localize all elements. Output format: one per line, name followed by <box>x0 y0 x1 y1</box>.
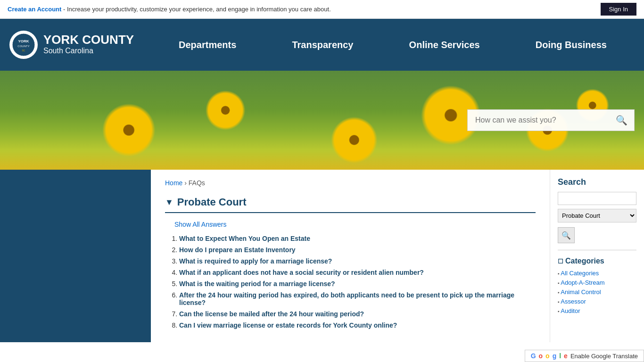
google-g2-icon: g <box>553 352 557 360</box>
logo-text: YORK COUNTY South Carolina <box>43 33 134 56</box>
google-g-icon: G <box>531 352 536 360</box>
category-link[interactable]: Assessor <box>561 298 586 305</box>
panel-search-input[interactable] <box>558 192 636 205</box>
breadcrumb-current: FAQs <box>189 179 205 187</box>
categories-title-text: Categories <box>565 257 604 265</box>
category-link[interactable]: Adopt-A-Stream <box>561 279 604 286</box>
hero-banner: 🔍 <box>0 71 644 170</box>
faq-list-item: What is required to apply for a marriage… <box>179 257 536 265</box>
category-list-item: Assessor <box>558 297 636 305</box>
main-content: Home › FAQs ▼ Probate Court Show All Ans… <box>151 170 550 342</box>
breadcrumb-separator: › <box>184 179 187 187</box>
google-o-icon: o <box>539 352 543 360</box>
left-sidebar <box>0 170 151 342</box>
faq-list-item: After the 24 hour waiting period has exp… <box>179 291 536 306</box>
hero-search-box: 🔍 <box>467 109 635 131</box>
google-e-icon: e <box>564 352 568 360</box>
panel-category-select[interactable]: Probate CourtAll CategoriesAdopt-A-Strea… <box>558 209 636 222</box>
triangle-icon: ▼ <box>165 197 173 207</box>
faq-question-link[interactable]: After the 24 hour waiting period has exp… <box>179 291 514 306</box>
category-list-item: All Categories <box>558 269 636 277</box>
categories-section: ☐ Categories All CategoriesAdopt-A-Strea… <box>558 257 636 314</box>
content-wrapper: Home › FAQs ▼ Probate Court Show All Ans… <box>0 170 644 342</box>
topbar-tagline: - Increase your productivity, customize … <box>61 6 330 13</box>
hero-search-button[interactable]: 🔍 <box>609 110 634 131</box>
state-name: South Carolina <box>43 46 134 56</box>
breadcrumb: Home › FAQs <box>165 179 536 187</box>
faq-question-link[interactable]: How do I prepare an Estate Inventory <box>179 246 296 254</box>
google-l-icon: l <box>559 352 561 360</box>
faq-list-item: What is the waiting period for a marriag… <box>179 280 536 288</box>
faq-list-item: Can I view marriage license or estate re… <box>179 321 536 329</box>
nav-transparency[interactable]: Transparency <box>282 35 363 55</box>
category-link[interactable]: All Categories <box>561 270 599 277</box>
faq-question-link[interactable]: What to Expect When You Open an Estate <box>179 235 310 242</box>
faq-list: What to Expect When You Open an EstateHo… <box>165 235 536 329</box>
svg-text:YORK: YORK <box>18 39 29 43</box>
faq-list-item: What to Expect When You Open an Estate <box>179 235 536 242</box>
right-panel: Search Probate CourtAll CategoriesAdopt-… <box>550 170 644 342</box>
county-name: YORK COUNTY <box>43 33 134 46</box>
faq-title-text: Probate Court <box>177 196 247 208</box>
faq-divider <box>165 212 536 213</box>
create-account-link[interactable]: Create an Account <box>8 6 61 13</box>
category-list-item: Auditor <box>558 307 636 314</box>
top-bar: Create an Account - Increase your produc… <box>0 0 644 19</box>
svg-text:SC: SC <box>22 49 25 52</box>
main-navigation: Departments Transparency Online Services… <box>151 19 635 71</box>
faq-question-link[interactable]: What is required to apply for a marriage… <box>179 257 332 265</box>
sign-in-button[interactable]: Sign In <box>601 3 636 16</box>
faq-list-item: Can the license be mailed after the 24 h… <box>179 310 536 318</box>
breadcrumb-home[interactable]: Home <box>165 179 182 187</box>
category-link[interactable]: Auditor <box>561 307 580 314</box>
category-link[interactable]: Animal Control <box>561 288 601 296</box>
svg-text:COUNTY: COUNTY <box>17 45 29 48</box>
hero-search-input[interactable] <box>468 111 609 129</box>
google-o2-icon: o <box>545 352 550 360</box>
faq-question-link[interactable]: Can I view marriage license or estate re… <box>179 321 397 329</box>
faq-list-item: How do I prepare an Estate Inventory <box>179 246 536 254</box>
translate-label: Enable Google Translate <box>570 353 638 360</box>
faq-question-link[interactable]: What if an applicant does not have a soc… <box>179 269 424 276</box>
categories-icon: ☐ <box>558 258 563 265</box>
category-list-item: Animal Control <box>558 288 636 296</box>
nav-departments[interactable]: Departments <box>169 35 246 55</box>
right-divider <box>558 250 636 250</box>
faq-list-item: What if an applicant does not have a soc… <box>179 269 536 276</box>
categories-title: ☐ Categories <box>558 257 636 265</box>
panel-search-button[interactable]: 🔍 <box>558 227 575 243</box>
nav-doing-business[interactable]: Doing Business <box>526 35 616 55</box>
nav-online-services[interactable]: Online Services <box>400 35 489 55</box>
panel-search-title: Search <box>558 177 636 187</box>
logo-area: YORK COUNTY SC YORK COUNTY South Carolin… <box>9 31 151 59</box>
faq-section-title: ▼ Probate Court <box>165 196 536 208</box>
category-list: All CategoriesAdopt-A-StreamAnimal Contr… <box>558 269 636 314</box>
faq-question-link[interactable]: Can the license be mailed after the 24 h… <box>179 310 364 318</box>
show-all-answers-link[interactable]: Show All Answers <box>174 221 536 228</box>
county-logo: YORK COUNTY SC <box>9 31 38 59</box>
category-list-item: Adopt-A-Stream <box>558 279 636 286</box>
translate-bar[interactable]: Google Enable Google Translate <box>525 350 644 362</box>
faq-question-link[interactable]: What is the waiting period for a marriag… <box>179 280 335 288</box>
site-header: YORK COUNTY SC YORK COUNTY South Carolin… <box>0 19 644 71</box>
